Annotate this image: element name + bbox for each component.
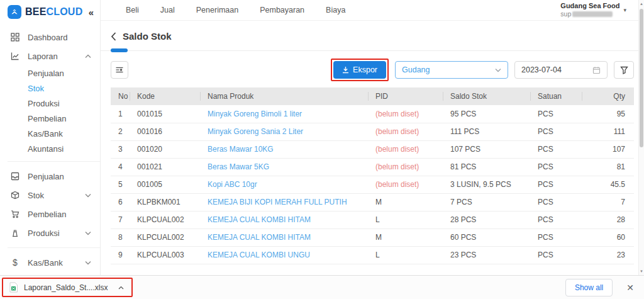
- cell-saldo-stok: 107 PCS: [443, 140, 530, 158]
- sidebar-item-dashboard[interactable]: Dashboard: [0, 28, 100, 47]
- cell-qty: 45.5: [582, 176, 634, 193]
- topnav-spacer: Beli Jual Penerimaan Pembayaran Biaya: [126, 6, 367, 14]
- sidebar-item-laporan[interactable]: Laporan: [0, 47, 100, 65]
- scrollbar-down-arrow[interactable]: ▼: [639, 269, 644, 273]
- page-scrollbar[interactable]: ▲ ▼: [638, 0, 644, 275]
- cell-pid: (belum diset): [368, 123, 443, 140]
- sidebar-item-produksi[interactable]: Produksi: [0, 223, 100, 242]
- user-email: sup: [560, 10, 619, 18]
- table-row: 9 KLPCUAL003 KEMEJA CUAL KOMBI UNGU L 23…: [111, 246, 634, 264]
- select-chevron-icon: [495, 68, 501, 72]
- title-underline: [101, 48, 644, 51]
- col-header-no: No: [111, 87, 130, 105]
- cell-pid: (belum diset): [368, 158, 443, 176]
- product-link[interactable]: Beras Mawar 10KG: [208, 145, 274, 154]
- warehouse-select[interactable]: Gudang: [395, 61, 508, 79]
- cell-kode: KLPCUAL002: [130, 211, 200, 228]
- table-row: 8 KLPCUAL002 KEMEJA CUAL KOMBI HITAM M 6…: [111, 228, 634, 246]
- cell-pid: L: [368, 246, 443, 264]
- table-row: 3 001020 Beras Mawar 10KG (belum diset) …: [111, 140, 634, 158]
- export-button[interactable]: Ekspor: [333, 61, 386, 79]
- cell-kode: 001021: [130, 158, 200, 176]
- laporan-submenu-item[interactable]: Stok: [0, 81, 100, 96]
- laporan-submenu-item[interactable]: Pembelian: [0, 111, 100, 126]
- product-link[interactable]: KEMEJA CUAL KOMBI UNGU: [208, 251, 310, 259]
- top-navbar: Beli Jual Penerimaan Pembayaran Biaya Gu…: [101, 0, 644, 21]
- laporan-submenu-item[interactable]: Akuntansi: [0, 141, 100, 156]
- product-link[interactable]: KEMEJA BIJI KOPI MERAH FULL PUTIH: [208, 198, 347, 206]
- cell-no: 5: [111, 176, 130, 193]
- cell-qty: 7: [582, 193, 634, 211]
- sidebar-item-penjualan[interactable]: Penjualan: [0, 167, 100, 186]
- topnav-item[interactable]: Biaya: [326, 6, 345, 14]
- cell-pid: (belum diset): [368, 105, 443, 123]
- cell-satuan: PCS: [530, 123, 582, 140]
- cell-kode: 001005: [130, 176, 200, 193]
- product-link[interactable]: Beras Mawar 5KG: [208, 162, 269, 171]
- sidebar-item-stok[interactable]: Stok: [0, 186, 100, 205]
- product-link[interactable]: Minyak Goreng Bimoli 1 liter: [208, 110, 302, 118]
- sidebar-item-label: Kas/Bank: [28, 258, 63, 268]
- submenu-item-label: Penjualan: [28, 69, 64, 78]
- cell-saldo-stok: 3 LUSIN, 9.5 PCS: [443, 176, 530, 193]
- sidebar-divider: [8, 161, 100, 162]
- cell-satuan: PCS: [530, 246, 582, 264]
- cell-kode: KLPBKM001: [130, 193, 200, 211]
- user-caret-icon: ▾: [623, 7, 626, 13]
- laporan-submenu-item[interactable]: Penjualan: [0, 65, 100, 81]
- download-shelf: Laporan_Saldo_St....xlsx Show all ✕: [0, 275, 644, 299]
- show-all-downloads-button[interactable]: Show all: [565, 279, 613, 296]
- col-header-saldo: Saldo Stok: [443, 87, 530, 105]
- product-link[interactable]: Minyak Goreng Sania 2 Liter: [208, 127, 303, 136]
- cell-satuan: PCS: [530, 140, 582, 158]
- sidebar: BEECLOUD « Dashboard Laporan: [0, 0, 101, 275]
- cell-kode: KLPCUAL002: [130, 228, 200, 246]
- downloaded-file-chip[interactable]: Laporan_Saldo_St....xlsx: [3, 279, 131, 296]
- product-link[interactable]: KEMEJA CUAL KOMBI HITAM: [208, 233, 311, 242]
- date-picker[interactable]: 2023-07-04: [514, 61, 608, 79]
- column-settings-button[interactable]: [111, 61, 128, 79]
- topnav-item[interactable]: Penerimaan: [196, 6, 238, 14]
- sidebar-item-akuntansi[interactable]: Akuntansi: [0, 272, 100, 275]
- cell-saldo-stok: 7 PCS: [443, 193, 530, 211]
- logo: BEECLOUD «: [0, 0, 100, 23]
- topnav-item[interactable]: Beli: [126, 6, 139, 14]
- cell-pid: M: [368, 228, 443, 246]
- cell-qty: 111: [582, 123, 634, 140]
- dashboard-grid-icon: [10, 32, 20, 42]
- laporan-submenu-item[interactable]: Kas/Bank: [0, 126, 100, 141]
- close-shelf-icon[interactable]: ✕: [623, 281, 638, 294]
- chip-chevron-up-icon[interactable]: [118, 286, 124, 290]
- sidebar-item-label: Penjualan: [28, 172, 64, 181]
- cell-saldo-stok: 81 PCS: [443, 158, 530, 176]
- col-header-satuan: Satuan: [530, 87, 582, 105]
- logo-text-cloud: CLOUD: [47, 6, 83, 18]
- table-row: 4 001021 Beras Mawar 5KG (belum diset) 8…: [111, 158, 634, 176]
- sidebar-item-kasbank[interactable]: $ Kas/Bank: [0, 253, 100, 272]
- cell-kode: 001020: [130, 140, 200, 158]
- topnav-item[interactable]: Pembayaran: [260, 6, 304, 14]
- laporan-submenu-item[interactable]: Produksi: [0, 96, 100, 111]
- topnav-item[interactable]: Jual: [160, 6, 175, 14]
- sidebar-item-pembelian[interactable]: Pembelian: [0, 205, 100, 223]
- product-link[interactable]: KEMEJA CUAL KOMBI HITAM: [208, 215, 311, 224]
- cell-qty: 95: [582, 105, 634, 123]
- table-row: 7 KLPCUAL002 KEMEJA CUAL KOMBI HITAM L 2…: [111, 211, 634, 228]
- cell-qty: 107: [582, 140, 634, 158]
- cell-satuan: PCS: [530, 105, 582, 123]
- sidebar-item-label: Stok: [28, 191, 44, 200]
- cell-saldo-stok: 28 PCS: [443, 211, 530, 228]
- filter-funnel-button[interactable]: [614, 61, 634, 79]
- scrollbar-up-arrow[interactable]: ▲: [639, 2, 644, 6]
- scrollbar-thumb[interactable]: [640, 9, 643, 147]
- cell-no: 9: [111, 246, 130, 264]
- cell-qty: 28: [582, 211, 634, 228]
- user-menu[interactable]: Gudang Sea Food sup ▾: [560, 2, 635, 19]
- excel-file-icon: [9, 282, 18, 293]
- logo-text-bee: BEE: [25, 6, 47, 18]
- product-link[interactable]: Kopi ABC 10gr: [208, 180, 257, 189]
- cell-qty: 60: [582, 228, 634, 246]
- sidebar-collapse-icon[interactable]: «: [89, 7, 94, 18]
- back-arrow-icon[interactable]: [111, 32, 116, 41]
- submenu-item-label: Kas/Bank: [28, 129, 63, 138]
